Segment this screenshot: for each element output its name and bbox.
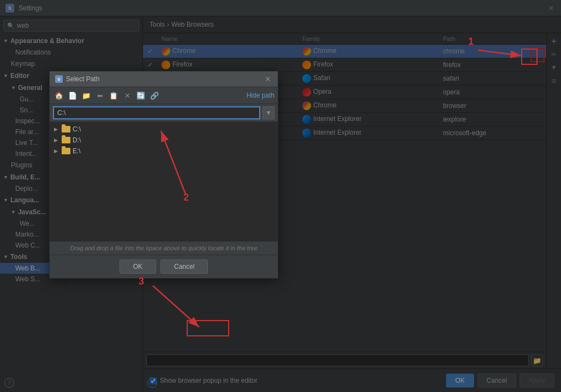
modal-app-icon: S bbox=[55, 75, 63, 83]
folder-icon bbox=[62, 126, 70, 132]
hide-path-link[interactable]: Hide path bbox=[247, 92, 274, 99]
toolbar-folder-button[interactable]: 📁 bbox=[80, 89, 92, 101]
tree-arrow-icon: ▶ bbox=[54, 126, 62, 132]
toolbar-home-button[interactable]: 🏠 bbox=[53, 89, 65, 101]
tree-item-label: D:\ bbox=[73, 136, 81, 144]
tree-arrow-icon: ▶ bbox=[54, 137, 62, 143]
tree-item-label: C:\ bbox=[73, 125, 81, 133]
modal-tree[interactable]: ▶ C:\ ▶ D:\ ▶ E:\ bbox=[50, 122, 278, 242]
select-path-modal: S Select Path ✕ 🏠 📄 📁 ⬅ 📋 ✕ 🔄 🔗 Hide pat… bbox=[49, 71, 278, 279]
folder-icon bbox=[62, 148, 70, 154]
modal-path-browse-button[interactable]: ▼ bbox=[262, 106, 274, 119]
tree-item[interactable]: ▶ D:\ bbox=[50, 135, 278, 146]
modal-cancel-button[interactable]: Cancel bbox=[160, 260, 208, 274]
modal-title: Select Path bbox=[66, 75, 264, 83]
modal-buttons: OK Cancel bbox=[50, 255, 278, 278]
folder-icon bbox=[62, 137, 70, 143]
toolbar-refresh-button[interactable]: 🔄 bbox=[135, 89, 147, 101]
modal-ok-button[interactable]: OK bbox=[120, 260, 156, 274]
toolbar-delete-button[interactable]: ✕ bbox=[121, 89, 133, 101]
toolbar-back-button[interactable]: ⬅ bbox=[94, 89, 106, 101]
modal-close-button[interactable]: ✕ bbox=[264, 75, 272, 83]
modal-title-bar: S Select Path ✕ bbox=[50, 71, 278, 87]
toolbar-file-button[interactable]: 📄 bbox=[67, 89, 79, 101]
modal-path-input[interactable] bbox=[53, 106, 260, 119]
toolbar-link-button[interactable]: 🔗 bbox=[148, 89, 160, 101]
toolbar-clipboard-button[interactable]: 📋 bbox=[108, 89, 120, 101]
tree-arrow-icon: ▶ bbox=[54, 148, 62, 154]
modal-path-row: ▼ bbox=[50, 104, 278, 122]
modal-hint: Drag and drop a file into the space abov… bbox=[50, 242, 278, 255]
tree-item-label: E:\ bbox=[73, 147, 81, 155]
modal-toolbar: 🏠 📄 📁 ⬅ 📋 ✕ 🔄 🔗 Hide path bbox=[50, 87, 278, 104]
tree-item[interactable]: ▶ C:\ bbox=[50, 124, 278, 135]
modal-overlay: S Select Path ✕ 🏠 📄 📁 ⬅ 📋 ✕ 🔄 🔗 Hide pat… bbox=[0, 0, 561, 392]
tree-item[interactable]: ▶ E:\ bbox=[50, 146, 278, 156]
